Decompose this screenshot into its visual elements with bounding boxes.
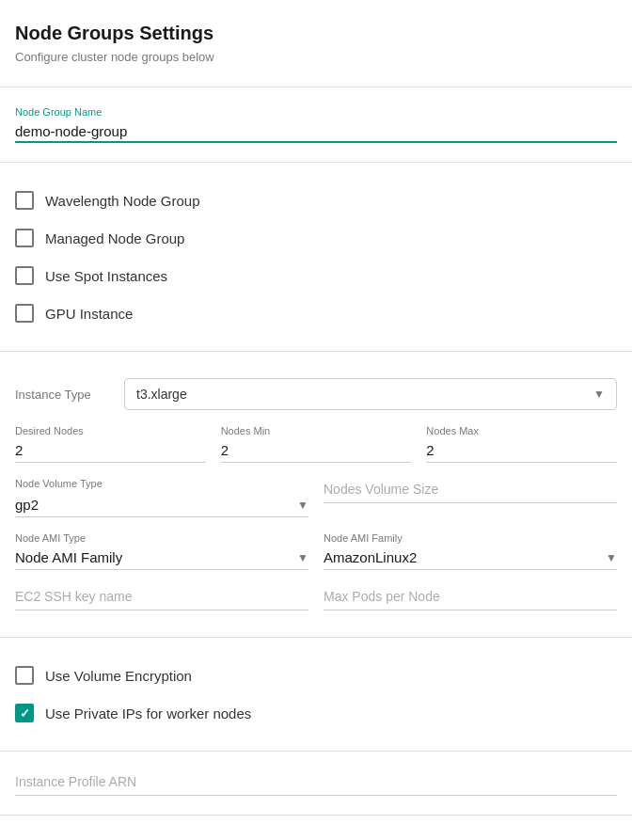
node-ami-type-group: Node AMI Type Node AMI Family ▼ xyxy=(15,532,308,570)
ec2-ssh-group: EC2 SSH key name xyxy=(15,585,308,610)
node-ami-family-select[interactable]: AmazonLinux2 ▼ xyxy=(324,546,617,570)
node-volume-type-arrow-icon: ▼ xyxy=(297,499,308,512)
spot-row: Use Spot Instances xyxy=(15,257,617,294)
private-ips-row: Use Private IPs for worker nodes xyxy=(15,694,617,732)
node-volume-type-value: gp2 xyxy=(15,497,39,513)
nodes-min-value[interactable]: 2 xyxy=(221,440,412,463)
page-subtitle: Configure cluster node groups below xyxy=(15,50,617,64)
node-volume-type-group: Node Volume Type gp2 ▼ xyxy=(15,478,308,517)
nodes-row: Desired Nodes 2 Nodes Min 2 Nodes Max 2 xyxy=(15,418,617,470)
nodes-max-group: Nodes Max 2 xyxy=(426,425,617,463)
node-ami-type-label: Node AMI Type xyxy=(15,532,308,544)
instance-type-arrow-icon: ▼ xyxy=(593,388,605,401)
instance-role-arn-input[interactable]: Instance Role ARN xyxy=(15,834,617,840)
node-ami-family-arrow-icon: ▼ xyxy=(606,551,617,564)
volume-encryption-label: Use Volume Encryption xyxy=(45,668,192,684)
nodes-volume-size-input[interactable]: Nodes Volume Size xyxy=(324,478,617,503)
managed-label: Managed Node Group xyxy=(45,230,184,246)
node-volume-type-select[interactable]: gp2 ▼ xyxy=(15,493,308,517)
instance-type-select[interactable]: t3.xlarge ▼ xyxy=(124,378,617,410)
node-volume-type-label: Node Volume Type xyxy=(15,478,308,489)
ec2-ssh-input[interactable]: EC2 SSH key name xyxy=(15,585,308,610)
volume-row: Node Volume Type gp2 ▼ Nodes Volume Size xyxy=(15,470,617,525)
gpu-label: GPU Instance xyxy=(45,306,133,322)
nodes-min-label: Nodes Min xyxy=(221,425,412,436)
managed-checkbox[interactable] xyxy=(15,229,34,247)
checkboxes2-section: Use Volume Encryption Use Private IPs fo… xyxy=(15,638,617,751)
instance-profile-arn-section: Instance Profile ARN xyxy=(15,752,617,815)
wavelength-checkbox[interactable] xyxy=(15,191,34,210)
wavelength-label: Wavelength Node Group xyxy=(45,193,200,209)
wavelength-row: Wavelength Node Group xyxy=(15,182,617,219)
volume-encryption-checkbox[interactable] xyxy=(15,666,34,685)
nodes-max-label: Nodes Max xyxy=(426,425,617,436)
node-ami-type-arrow-icon: ▼ xyxy=(297,551,308,564)
max-pods-group: Max Pods per Node xyxy=(324,585,617,610)
node-ami-family-value: AmazonLinux2 xyxy=(324,549,417,565)
instance-role-arn-section: Instance Role ARN xyxy=(15,816,617,840)
gpu-row: GPU Instance xyxy=(15,294,617,332)
checkboxes-section: Wavelength Node Group Managed Node Group… xyxy=(15,163,617,351)
instance-type-row: Instance Type t3.xlarge ▼ xyxy=(15,371,617,418)
ami-row: Node AMI Type Node AMI Family ▼ Node AMI… xyxy=(15,525,617,578)
node-group-name-input[interactable] xyxy=(15,121,617,143)
instance-type-section: Instance Type t3.xlarge ▼ Desired Nodes … xyxy=(15,352,617,637)
desired-nodes-label: Desired Nodes xyxy=(15,425,206,436)
desired-nodes-value[interactable]: 2 xyxy=(15,440,206,463)
managed-row: Managed Node Group xyxy=(15,219,617,257)
nodes-max-value[interactable]: 2 xyxy=(426,440,617,463)
private-ips-checkbox[interactable] xyxy=(15,704,34,722)
volume-encryption-row: Use Volume Encryption xyxy=(15,657,617,694)
spot-checkbox[interactable] xyxy=(15,266,34,285)
desired-nodes-group: Desired Nodes 2 xyxy=(15,425,206,463)
gpu-checkbox[interactable] xyxy=(15,304,34,323)
node-ami-type-value: Node AMI Family xyxy=(15,549,122,565)
instance-type-value: t3.xlarge xyxy=(136,387,187,402)
node-group-name-label: Node Group Name xyxy=(15,106,617,118)
spot-label: Use Spot Instances xyxy=(45,268,167,284)
instance-profile-arn-input[interactable]: Instance Profile ARN xyxy=(15,770,617,796)
node-ami-family-group: Node AMI Family AmazonLinux2 ▼ xyxy=(324,532,617,570)
node-group-name-section: Node Group Name xyxy=(15,87,617,162)
node-ami-family-label: Node AMI Family xyxy=(324,532,617,544)
max-pods-input[interactable]: Max Pods per Node xyxy=(324,585,617,610)
ssh-pods-row: EC2 SSH key name Max Pods per Node xyxy=(15,578,617,618)
nodes-volume-size-group: Nodes Volume Size xyxy=(324,478,617,517)
nodes-min-group: Nodes Min 2 xyxy=(221,425,412,463)
instance-type-label: Instance Type xyxy=(15,388,109,402)
node-ami-type-select[interactable]: Node AMI Family ▼ xyxy=(15,546,308,570)
page-title: Node Groups Settings xyxy=(15,23,617,44)
private-ips-label: Use Private IPs for worker nodes xyxy=(45,705,251,721)
